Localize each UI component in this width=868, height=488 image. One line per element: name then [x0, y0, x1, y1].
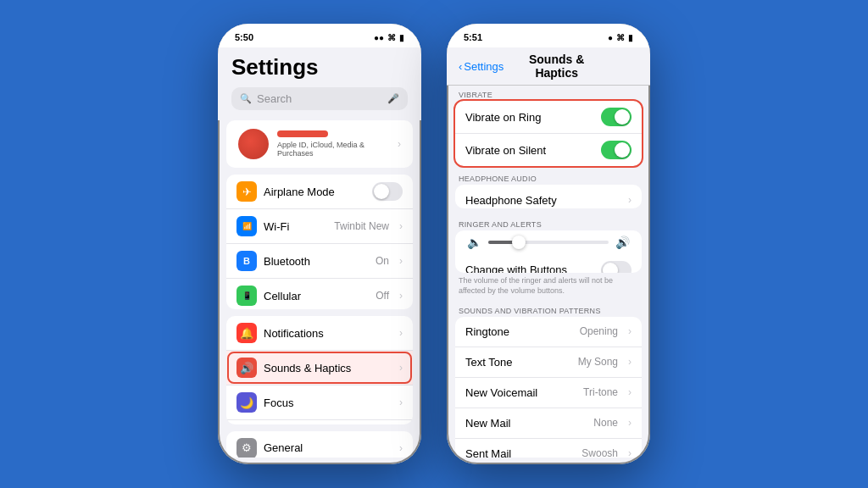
new-mail-row[interactable]: New Mail None › [455, 408, 642, 439]
mic-icon: 🎤 [387, 93, 399, 104]
settings-group-2: 🔔 Notifications › 🔊 Sounds & Haptics › 🌙… [226, 316, 413, 424]
sounds-patterns-group: Ringtone Opening › Text Tone My Song › N… [455, 317, 642, 458]
bluetooth-label: Bluetooth [264, 255, 369, 268]
left-status-bar: 5:50 ●● ⌘ ▮ [218, 24, 421, 47]
cellular-icon: 📱 [236, 286, 257, 306]
new-mail-value: None [593, 417, 618, 429]
slider-thumb [512, 236, 526, 249]
page-title: Sounds & Haptics [509, 53, 604, 80]
vibrate-silent-toggle[interactable] [601, 141, 632, 159]
airplane-icon: ✈ [236, 181, 257, 202]
text-tone-value: My Song [578, 356, 618, 368]
headphone-safety-label: Headphone Safety [465, 194, 621, 207]
wifi-value: Twinbit New [334, 220, 389, 232]
headphone-safety-chevron: › [628, 194, 632, 206]
volume-slider[interactable] [488, 241, 609, 244]
text-tone-row[interactable]: Text Tone My Song › [455, 347, 642, 378]
sounds-patterns-label: SOUNDS AND VIBRATION PATTERNS [447, 302, 650, 317]
sounds-icon: 🔊 [236, 358, 257, 378]
airplane-label: Airplane Mode [264, 186, 365, 198]
new-mail-chevron: › [628, 417, 632, 429]
back-chevron-icon: ‹ [459, 60, 462, 73]
notifications-chevron: › [399, 327, 403, 339]
profile-row[interactable]: Apple ID, iCloud, Media & Purchases › [226, 120, 413, 168]
right-status-icons: ● ⌘ ▮ [608, 33, 633, 42]
vibrate-ring-label: Vibrate on Ring [465, 111, 594, 124]
vibrate-section: Vibrate on Ring Vibrate on Silent [455, 101, 642, 166]
cellular-chevron: › [399, 290, 403, 302]
headphone-group: Headphone Safety › [455, 185, 642, 208]
sounds-content: VIBRATE Vibrate on Ring Vibrate on Silen… [447, 86, 650, 464]
settings-row-focus[interactable]: 🌙 Focus › [226, 385, 413, 420]
bluetooth-chevron: › [399, 255, 403, 267]
vibrate-silent-row[interactable]: Vibrate on Silent [455, 134, 642, 166]
settings-title: Settings [231, 54, 408, 80]
settings-row-notifications[interactable]: 🔔 Notifications › [226, 316, 413, 351]
airplane-toggle[interactable] [372, 182, 403, 201]
vibrate-ring-row[interactable]: Vibrate on Ring [455, 101, 642, 134]
general-label: General [264, 441, 392, 454]
new-voicemail-chevron: › [628, 386, 632, 398]
right-signal-icon: ● [608, 33, 613, 42]
sounds-nav-bar: ‹ Settings Sounds & Haptics [447, 47, 650, 86]
settings-header: Settings 🔍 Search 🎤 [218, 47, 421, 120]
right-time: 5:51 [464, 32, 482, 42]
new-voicemail-value: Tri-tone [583, 386, 618, 398]
settings-row-bluetooth[interactable]: B Bluetooth On › [226, 244, 413, 279]
notifications-label: Notifications [264, 327, 392, 340]
settings-group-3: ⚙ General › [226, 431, 413, 458]
settings-row-screentime[interactable]: ⏳ Screen Time › [226, 420, 413, 424]
change-with-buttons-row[interactable]: Change with Buttons [455, 254, 642, 274]
left-time: 5:50 [235, 32, 253, 42]
vibrate-ring-toggle[interactable] [601, 108, 632, 126]
right-phone: 5:51 ● ⌘ ▮ ‹ Settings Sounds & Haptics V… [447, 24, 650, 464]
profile-subtitle: Apple ID, iCloud, Media & Purchases [277, 141, 389, 158]
settings-row-airplane[interactable]: ✈ Airplane Mode [226, 175, 413, 209]
settings-row-sounds[interactable]: 🔊 Sounds & Haptics › [226, 351, 413, 385]
sent-mail-value: Swoosh [581, 447, 618, 458]
settings-group-1: ✈ Airplane Mode 📶 Wi-Fi Twinbit New › B … [226, 175, 413, 309]
cellular-value: Off [376, 290, 389, 302]
vibrate-group: Vibrate on Ring Vibrate on Silent [455, 101, 642, 166]
sent-mail-label: Sent Mail [465, 447, 575, 458]
battery-icon: ▮ [399, 33, 404, 42]
ringtone-row[interactable]: Ringtone Opening › [455, 317, 642, 347]
ringtone-label: Ringtone [465, 325, 573, 338]
wifi-chevron: › [399, 220, 403, 232]
sounds-chevron: › [399, 362, 403, 374]
bluetooth-icon: B [236, 251, 257, 271]
bluetooth-value: On [376, 255, 389, 267]
back-button[interactable]: ‹ Settings [459, 60, 504, 73]
right-battery-icon: ▮ [628, 33, 633, 42]
ringer-group: 🔈 🔊 Change with Buttons [455, 230, 642, 274]
ringer-disclaimer: The volume of the ringer and alerts will… [447, 274, 650, 301]
settings-row-wifi[interactable]: 📶 Wi-Fi Twinbit New › [226, 209, 413, 244]
sent-mail-chevron: › [628, 447, 632, 458]
change-with-buttons-toggle[interactable] [601, 261, 632, 274]
volume-slider-row[interactable]: 🔈 🔊 [455, 230, 642, 254]
ringer-section-label: RINGER AND ALERTS [447, 215, 650, 230]
vibrate-section-label: VIBRATE [447, 86, 650, 101]
settings-row-general[interactable]: ⚙ General › [226, 431, 413, 458]
new-voicemail-label: New Voicemail [465, 386, 576, 399]
text-tone-chevron: › [628, 356, 632, 368]
headphone-safety-row[interactable]: Headphone Safety › [455, 185, 642, 208]
new-voicemail-row[interactable]: New Voicemail Tri-tone › [455, 378, 642, 408]
wifi-settings-icon: 📶 [236, 216, 257, 236]
sounds-label: Sounds & Haptics [264, 362, 392, 374]
wifi-label: Wi-Fi [264, 220, 327, 233]
sent-mail-row[interactable]: Sent Mail Swoosh › [455, 439, 642, 458]
search-bar[interactable]: 🔍 Search 🎤 [231, 87, 408, 110]
focus-label: Focus [264, 396, 392, 409]
focus-chevron: › [399, 396, 403, 408]
profile-name-redacted [277, 130, 328, 137]
settings-row-cellular[interactable]: 📱 Cellular Off › [226, 279, 413, 309]
change-with-buttons-label: Change with Buttons [465, 263, 594, 273]
notifications-icon: 🔔 [236, 323, 257, 343]
cellular-label: Cellular [264, 290, 369, 302]
avatar [238, 129, 269, 159]
right-wifi-icon: ⌘ [616, 33, 625, 42]
new-mail-label: New Mail [465, 417, 587, 430]
search-icon: 🔍 [240, 93, 252, 104]
wifi-icon: ⌘ [387, 33, 396, 42]
